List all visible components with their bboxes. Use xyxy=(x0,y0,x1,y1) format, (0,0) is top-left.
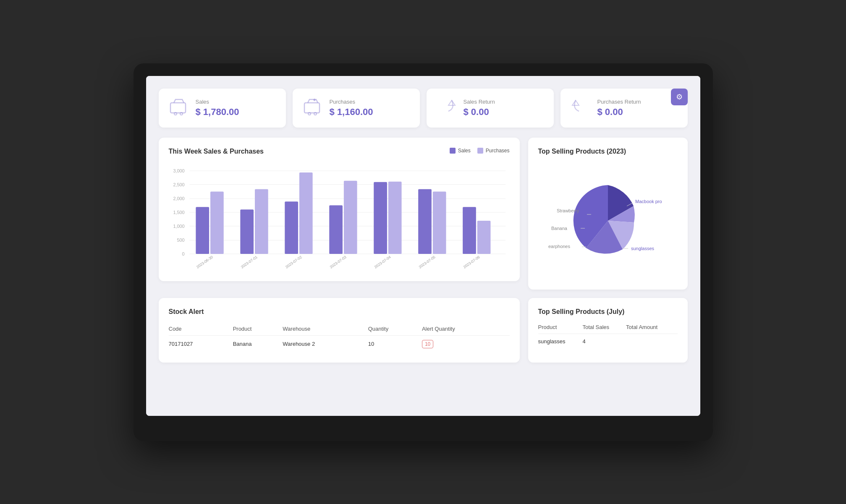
svg-rect-37 xyxy=(418,189,432,253)
legend-sales: Sales xyxy=(450,148,471,154)
sales-return-info: Sales Return $ 0.00 xyxy=(464,99,495,118)
row-alert-quantity: 10 xyxy=(422,335,510,353)
svg-rect-3 xyxy=(304,103,320,113)
svg-text:2023-07-01: 2023-07-01 xyxy=(240,255,258,269)
purchases-return-card: Purchases Return $ 0.00 xyxy=(561,89,688,128)
purchases-label: Purchases xyxy=(330,99,373,105)
bar-chart-title: This Week Sales & Purchases xyxy=(169,148,264,155)
sales-return-value: $ 0.00 xyxy=(464,107,495,118)
svg-text:3,000: 3,000 xyxy=(173,168,184,173)
sales-return-label: Sales Return xyxy=(464,99,495,105)
july-header-row: Product Total Sales Total Amount xyxy=(538,321,678,334)
july-row-product: sunglasses xyxy=(538,334,583,349)
settings-button[interactable]: ⚙ xyxy=(671,89,688,105)
svg-text:Banana: Banana xyxy=(551,226,568,231)
col-warehouse: Warehouse xyxy=(283,322,368,336)
svg-rect-32 xyxy=(343,180,357,253)
purchases-return-label: Purchases Return xyxy=(597,99,641,105)
svg-rect-29 xyxy=(299,172,312,254)
stock-table-header: Code Product Warehouse Quantity Alert Qu… xyxy=(169,322,510,336)
bottom-row: Stock Alert Code Product Warehouse Quant… xyxy=(159,298,688,363)
legend-purchases: Purchases xyxy=(477,148,510,154)
svg-point-4 xyxy=(308,112,311,115)
svg-rect-25 xyxy=(240,209,254,254)
svg-rect-41 xyxy=(477,220,490,253)
stock-alert-card: Stock Alert Code Product Warehouse Quant… xyxy=(159,298,520,363)
sales-return-card: Sales Return $ 0.00 xyxy=(427,89,554,128)
row-warehouse: Warehouse 2 xyxy=(283,335,368,353)
svg-text:1,500: 1,500 xyxy=(173,210,184,215)
legend-sales-label: Sales xyxy=(458,148,471,154)
svg-rect-22 xyxy=(196,207,209,254)
bar-chart-panel: This Week Sales & Purchases Sales Purcha… xyxy=(159,138,520,290)
sales-return-icon xyxy=(437,97,457,119)
pie-chart-svg: Macbook pro Strawberry Banana earphones … xyxy=(541,166,675,275)
svg-text:2023-06-30: 2023-06-30 xyxy=(195,255,213,269)
main-content-row: This Week Sales & Purchases Sales Purcha… xyxy=(159,138,688,290)
svg-rect-35 xyxy=(388,181,401,253)
svg-rect-38 xyxy=(432,191,446,254)
legend-purchases-dot xyxy=(477,148,483,154)
svg-text:2,000: 2,000 xyxy=(173,196,184,201)
july-col-product: Product xyxy=(538,321,583,334)
stock-table: Code Product Warehouse Quantity Alert Qu… xyxy=(169,322,510,353)
svg-point-2 xyxy=(180,112,183,115)
col-code: Code xyxy=(169,322,233,336)
sales-icon xyxy=(169,97,189,119)
svg-text:2,500: 2,500 xyxy=(173,182,184,187)
svg-text:sunglasses: sunglasses xyxy=(631,246,655,251)
svg-point-5 xyxy=(314,112,317,115)
sales-card: Sales $ 1,780.00 xyxy=(159,89,286,128)
purchases-return-info: Purchases Return $ 0.00 xyxy=(597,99,641,118)
sales-info: Sales $ 1,780.00 xyxy=(196,99,239,118)
svg-text:2023-07-03: 2023-07-03 xyxy=(329,255,347,269)
row-quantity: 10 xyxy=(368,335,422,353)
svg-text:0: 0 xyxy=(182,251,184,256)
svg-text:Strawberry: Strawberry xyxy=(557,208,579,213)
col-quantity: Quantity xyxy=(368,322,422,336)
sales-value: $ 1,780.00 xyxy=(196,107,239,118)
purchases-return-value: $ 0.00 xyxy=(597,107,641,118)
col-alert-quantity: Alert Quantity xyxy=(422,322,510,336)
dashboard: ⚙ Sales $ 1,780. xyxy=(146,76,700,416)
purchases-info: Purchases $ 1,160.00 xyxy=(330,99,373,118)
col-product: Product xyxy=(233,322,283,336)
bar-chart-card: This Week Sales & Purchases Sales Purcha… xyxy=(159,138,520,281)
july-col-total-sales: Total Sales xyxy=(582,321,626,334)
july-table-row: sunglasses 4 xyxy=(538,334,678,349)
svg-rect-23 xyxy=(210,191,224,254)
pie-chart-card: Top Selling Products (2023) xyxy=(528,138,688,290)
row-product: Banana xyxy=(233,335,283,353)
stock-alert-title: Stock Alert xyxy=(169,308,510,316)
svg-text:500: 500 xyxy=(177,238,184,243)
july-row-total-sales: 4 xyxy=(582,334,626,349)
legend-sales-dot xyxy=(450,148,456,154)
july-table: Product Total Sales Total Amount sunglas… xyxy=(538,321,678,349)
top-july-card: Top Selling Products (July) Product Tota… xyxy=(528,298,688,363)
row-code: 70171027 xyxy=(169,335,233,353)
svg-point-1 xyxy=(174,112,177,115)
svg-text:1,000: 1,000 xyxy=(173,223,184,228)
purchases-return-icon xyxy=(571,97,591,119)
laptop-screen: ⚙ Sales $ 1,780. xyxy=(146,76,700,416)
alert-quantity-badge: 10 xyxy=(422,340,433,348)
svg-rect-0 xyxy=(170,103,186,113)
svg-text:earphones: earphones xyxy=(548,244,570,249)
top-july-title: Top Selling Products (July) xyxy=(538,308,678,316)
chart-legend: Sales Purchases xyxy=(450,148,510,154)
legend-purchases-label: Purchases xyxy=(486,148,510,154)
svg-rect-31 xyxy=(329,205,343,254)
july-col-total-amount: Total Amount xyxy=(626,321,677,334)
svg-text:2023-07-04: 2023-07-04 xyxy=(373,255,391,269)
svg-rect-34 xyxy=(374,182,387,253)
bar-chart-container: 3,000 2,500 2,000 1,500 1,000 500 xyxy=(169,162,510,271)
svg-text:Macbook pro: Macbook pro xyxy=(635,199,662,204)
sales-label: Sales xyxy=(196,99,239,105)
purchases-card: Purchases $ 1,160.00 xyxy=(293,89,420,128)
svg-rect-26 xyxy=(254,189,268,253)
pie-chart-panel: Top Selling Products (2023) xyxy=(528,138,688,290)
stat-cards: Sales $ 1,780.00 xyxy=(159,89,688,128)
bar-chart-svg: 3,000 2,500 2,000 1,500 1,000 500 xyxy=(169,162,510,271)
july-table-body: sunglasses 4 xyxy=(538,334,678,349)
svg-text:2023-07-05: 2023-07-05 xyxy=(418,255,436,269)
